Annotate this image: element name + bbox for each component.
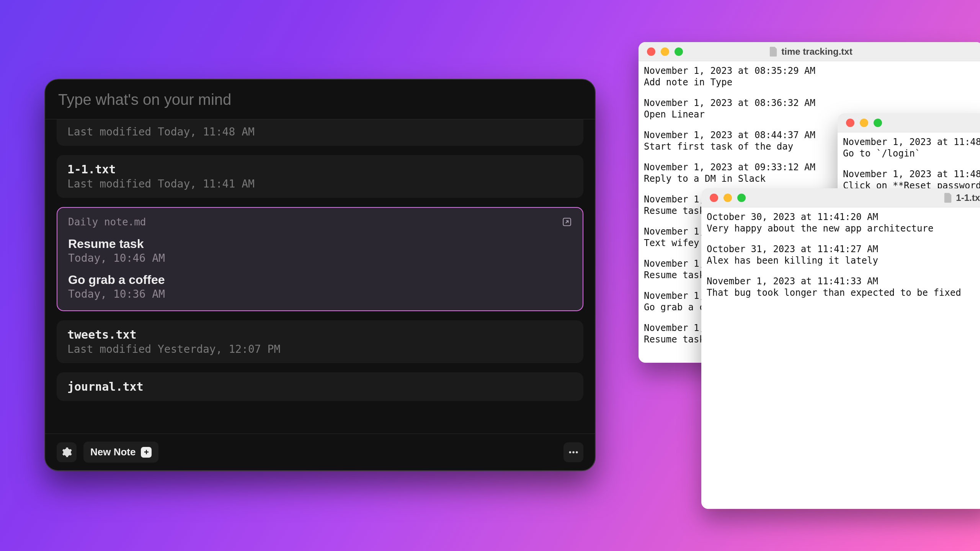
settings-button[interactable] [57, 442, 77, 462]
close-icon[interactable] [710, 194, 718, 202]
file-icon [944, 193, 952, 203]
window-body[interactable]: October 30, 2023 at 11:41:20 AM Very hap… [701, 207, 980, 311]
note-modified: Last modified Today, 11:48 AM [67, 126, 573, 138]
zoom-icon[interactable] [874, 119, 882, 127]
window-title: 1-1.txt [956, 192, 980, 203]
new-note-button[interactable]: New Note + [83, 442, 158, 463]
traffic-lights[interactable] [647, 47, 683, 56]
list-item[interactable]: journal.txt [57, 372, 583, 401]
entry-title: Resume task [68, 237, 572, 251]
titlebar[interactable] [838, 113, 980, 132]
new-note-label: New Note [90, 446, 136, 458]
list-item[interactable]: 1-1.txt Last modified Today, 11:41 AM [57, 155, 583, 198]
note-title: journal.txt [67, 380, 573, 393]
svg-point-1 [569, 451, 572, 453]
window-1-1[interactable]: 1-1.txt October 30, 2023 at 11:41:20 AM … [701, 188, 980, 509]
zoom-icon[interactable] [675, 47, 683, 56]
zoom-icon[interactable] [737, 194, 746, 202]
open-external-icon[interactable] [562, 217, 572, 227]
note-entry: Go grab a coffee Today, 10:36 AM [68, 273, 572, 300]
note-file-name: Daily note.md [68, 216, 146, 228]
app-footer: New Note + [45, 434, 595, 470]
entry-time: Today, 10:36 AM [68, 288, 572, 300]
list-item-selected[interactable]: Daily note.md Resume task Today, 10:46 A… [57, 207, 583, 311]
svg-point-2 [572, 451, 575, 453]
notes-app: Last modified Today, 11:48 AM 1-1.txt La… [44, 79, 596, 471]
traffic-lights[interactable] [710, 194, 746, 202]
titlebar[interactable]: time tracking.txt [639, 42, 980, 61]
titlebar[interactable]: 1-1.txt [701, 188, 980, 207]
minimize-icon[interactable] [724, 194, 732, 202]
close-icon[interactable] [647, 47, 655, 56]
search-bar [45, 80, 595, 119]
note-title: 1-1.txt [67, 163, 573, 176]
gear-icon [61, 447, 72, 458]
entry-title: Go grab a coffee [68, 273, 572, 287]
more-icon [568, 447, 579, 458]
note-entry: Resume task Today, 10:46 AM [68, 237, 572, 264]
file-icon [769, 47, 777, 57]
note-modified: Last modified Today, 11:41 AM [67, 178, 573, 190]
close-icon[interactable] [846, 119, 854, 127]
window-title: time tracking.txt [781, 46, 852, 57]
entry-time: Today, 10:46 AM [68, 252, 572, 264]
traffic-lights[interactable] [846, 119, 882, 127]
more-button[interactable] [564, 442, 583, 462]
list-item[interactable]: tweets.txt Last modified Yesterday, 12:0… [57, 320, 583, 363]
search-input[interactable] [58, 91, 582, 108]
minimize-icon[interactable] [860, 119, 868, 127]
minimize-icon[interactable] [661, 47, 669, 56]
notes-list: Last modified Today, 11:48 AM 1-1.txt La… [45, 119, 595, 434]
svg-point-3 [576, 451, 578, 453]
note-modified: Last modified Yesterday, 12:07 PM [67, 343, 573, 355]
list-item[interactable]: Last modified Today, 11:48 AM [57, 119, 583, 146]
note-title: tweets.txt [67, 328, 573, 341]
plus-icon: + [141, 447, 152, 458]
